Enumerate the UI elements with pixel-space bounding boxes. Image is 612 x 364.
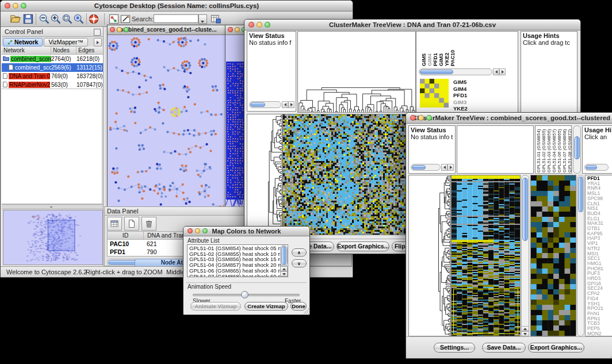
create-vizmap-button[interactable]: Create Vizmap [244, 302, 288, 311]
network-view-titlebar[interactable]: combined_scores_good.txt--cluste... [108, 25, 225, 35]
zoom-column-label[interactable]: GIM3 [438, 35, 444, 66]
minimize-icon[interactable] [13, 3, 18, 9]
zoom-window-icon[interactable] [426, 115, 432, 121]
scroll-right-icon[interactable] [288, 101, 294, 108]
speed-slider-thumb[interactable] [241, 291, 248, 298]
scroll-left-icon[interactable] [493, 68, 499, 75]
close-icon[interactable] [5, 3, 10, 9]
zoom-window-icon[interactable] [124, 27, 129, 32]
panel-splitter[interactable] [2, 204, 103, 209]
zoom-column-label[interactable]: YKE2 [444, 35, 450, 66]
move-down-button[interactable]: ∨ [292, 259, 307, 267]
main-titlebar[interactable]: Cytoscape Desktop (Session Name: collins… [1, 1, 353, 12]
hscrollbar[interactable] [411, 164, 441, 171]
scroll-up-icon[interactable] [521, 326, 529, 331]
column-header-edges[interactable]: Edges [76, 47, 103, 54]
zoom-column-label[interactable]: GIM4 [427, 35, 433, 66]
minimize-icon[interactable] [257, 22, 262, 28]
zoom-hscrollbar[interactable] [419, 68, 492, 75]
array-column-label[interactable]: GPL51-07 (GSM868) [562, 127, 567, 173]
scroll-left-icon[interactable] [282, 101, 288, 108]
zoom-window-icon[interactable] [202, 228, 208, 233]
resize-grip[interactable] [303, 308, 309, 314]
open-icon[interactable] [10, 13, 21, 25]
scroll-right-icon[interactable] [499, 68, 506, 75]
close-icon[interactable] [188, 228, 193, 233]
network-canvas-2[interactable] [225, 35, 246, 208]
column-header-nodes[interactable]: Nodes [51, 47, 76, 54]
scroll-down-icon[interactable] [280, 271, 288, 277]
hscrollbar[interactable] [249, 101, 281, 108]
scroll-right-icon[interactable] [447, 164, 454, 171]
row-dendrogram[interactable] [409, 175, 450, 336]
search-dropdown-icon[interactable] [198, 14, 207, 24]
close-icon[interactable] [228, 27, 233, 32]
zoom-vscrollbar[interactable] [577, 175, 584, 336]
import-table-icon[interactable] [210, 13, 221, 25]
zoom-row-label[interactable]: YKE2 [453, 105, 471, 112]
treeview1-titlebar[interactable]: ClusterMaker TreeView : DNA and Tran 07-… [244, 20, 580, 30]
tab-vizmapper[interactable]: VizMapper™ [44, 38, 88, 47]
column-dendrogram[interactable] [298, 32, 415, 112]
heatmap-vscrollbar[interactable] [521, 175, 529, 336]
zoom-column-label[interactable]: PFD1 [433, 35, 438, 66]
array-column-label[interactable]: GPL51-01 (GSM854) [536, 127, 541, 173]
column-labels-vscrollbar[interactable] [573, 125, 581, 174]
network-canvas[interactable] [108, 35, 224, 208]
zoom-column-label[interactable]: GIM5 [421, 35, 427, 66]
animate-vizmap-button[interactable]: Animate Vizmap [190, 302, 241, 311]
help-icon[interactable] [88, 13, 100, 25]
dialog-titlebar[interactable]: Map Colors to Network [183, 227, 309, 236]
network-row[interactable]: DNA and Tran 07769(0)183728(0) [2, 72, 103, 81]
zoom-window-icon[interactable] [21, 3, 26, 9]
zoom-column-label[interactable]: PAC10 [450, 35, 456, 66]
array-column-label[interactable]: GPL51-03 (GSM856) [546, 127, 552, 173]
close-icon[interactable] [410, 115, 416, 121]
network-row[interactable]: combined_sco2569(6)13112(15) [2, 63, 103, 72]
global-heatmap[interactable] [452, 175, 520, 336]
close-icon[interactable] [110, 27, 115, 32]
array-column-label[interactable]: GPL51-06 (GSM865) [557, 127, 562, 173]
minimize-icon[interactable] [235, 27, 240, 32]
row-dendrogram[interactable] [247, 114, 282, 235]
gene-label[interactable]: MON2 [587, 331, 612, 336]
zoom-row-label[interactable]: PFD1 [453, 92, 471, 99]
save-icon[interactable] [22, 13, 34, 25]
settings--button[interactable]: Settings... [434, 343, 475, 352]
scroll-left-icon[interactable] [441, 164, 447, 171]
global-heatmap[interactable] [283, 114, 406, 235]
export-graphics--button[interactable]: Export Graphics... [528, 343, 584, 352]
zoom-selected-icon[interactable] [73, 13, 85, 25]
zoom-row-label[interactable]: GIM3 [453, 99, 471, 106]
tab-network[interactable]: Network [3, 38, 43, 47]
zoom-row-label[interactable]: GIM5 [453, 79, 471, 86]
vizmapper-icon[interactable] [108, 13, 120, 25]
network-row[interactable]: RNAPuberNov2+563(0)107847(0) [2, 81, 103, 89]
minimize-icon[interactable] [418, 115, 424, 121]
zoom-in-icon[interactable] [50, 13, 62, 25]
network-row[interactable]: combined_scores2764(0)16218(0) [2, 55, 103, 63]
attribute-list-item[interactable]: GPL51-07 (GSM868) heat shock 60 min [189, 274, 280, 277]
zoom-out-icon[interactable] [39, 13, 50, 25]
minimize-icon[interactable] [117, 27, 122, 32]
treeview2-titlebar[interactable]: ClusterMaker TreeView : combined_scores_… [406, 113, 612, 124]
zoom-window-icon[interactable] [265, 22, 270, 28]
attribute-list-vscrollbar[interactable] [280, 245, 288, 266]
zoom-heatmap[interactable] [420, 79, 449, 108]
scroll-up-icon[interactable] [280, 266, 288, 271]
attribute-list[interactable]: GPL51-01 (GSM854) heat shock 05 minGPL51… [187, 244, 288, 277]
minimize-icon[interactable] [195, 228, 200, 233]
array-column-label[interactable]: GPL51-02 (GSM855) [541, 127, 546, 173]
column-header-id[interactable]: ID [108, 232, 144, 239]
array-column-label[interactable]: GPL51-04 (GSM857) [552, 127, 557, 173]
search-input[interactable] [154, 14, 198, 23]
zoom-row-label[interactable]: GIM4 [453, 86, 471, 93]
save-data--button[interactable]: Save Data... [482, 343, 526, 352]
export-graphics--button[interactable]: Export Graphics... [336, 242, 389, 251]
hscrollbar[interactable] [584, 164, 609, 171]
tab-overflow-icon[interactable] [94, 38, 102, 47]
birdseye-overview[interactable] [3, 210, 103, 265]
float-panel-icon[interactable] [94, 29, 101, 36]
new-attribute-icon[interactable] [124, 217, 139, 231]
scroll-down-icon[interactable] [521, 331, 529, 336]
